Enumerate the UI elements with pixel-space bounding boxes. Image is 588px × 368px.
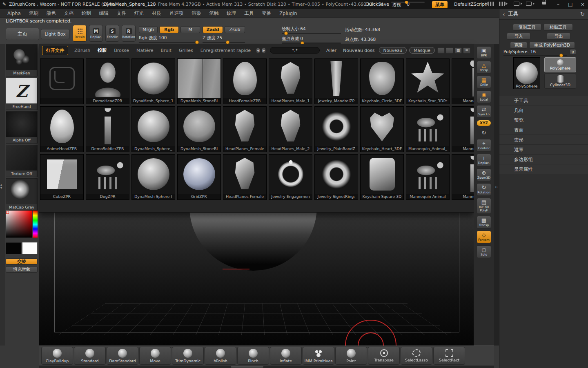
divider-chevron-icon[interactable]: ‹‹: [495, 185, 497, 189]
tray-slot[interactable]: Alpha Off: [6, 111, 38, 144]
menubar-item[interactable]: 笔触: [205, 10, 223, 16]
view-mode-button[interactable]: ▦: [454, 47, 462, 54]
subpalette-header[interactable]: 表面: [499, 125, 588, 135]
history-icon[interactable]: ↻: [577, 11, 588, 17]
collapse-right-shelf-icon[interactable]: [499, 2, 505, 6]
lightbox-item[interactable]: Mannequin: [452, 154, 474, 200]
switch-color-button[interactable]: 交替: [6, 258, 38, 265]
lightbox-item[interactable]: Jewelry_MandrelZP: [314, 58, 358, 104]
menubar-item[interactable]: 首选项: [165, 10, 188, 16]
slider-handle[interactable]: [559, 54, 563, 57]
brush-button[interactable]: Transpose: [368, 347, 400, 365]
main-color-swatch[interactable]: [6, 242, 21, 254]
tray-slot[interactable]: MatCap Gray: [6, 178, 38, 211]
lightbox-tab[interactable]: Enregistrement rapide: [197, 47, 254, 54]
lightbox-item[interactable]: DynaMesh_Sphere_1: [131, 58, 175, 104]
shelf-button[interactable]: ⊕ Zoom3D: [477, 168, 491, 181]
menubar-item[interactable]: 文件: [113, 10, 130, 16]
lock-icon[interactable]: [542, 2, 546, 4]
lightbox-item[interactable]: DynaMesh Sphere (: [131, 154, 175, 200]
recent-tool-tile[interactable]: PolySphere: [544, 57, 576, 72]
draw-size-track[interactable]: [282, 33, 341, 34]
lightbox-prev-button[interactable]: ◀: [256, 47, 260, 54]
rgb-intensity-track[interactable]: [139, 42, 199, 43]
shelf-button[interactable]: + Deplac.: [477, 154, 491, 166]
lightbox-tab[interactable]: Matière: [133, 47, 157, 54]
divider-handle-icon[interactable]: ▴▾: [0, 183, 2, 190]
lightbox-item[interactable]: DynaMesh_StoneBl: [177, 106, 221, 152]
shelf-button[interactable]: △ Persp: [477, 61, 491, 74]
lightbox-item[interactable]: HeadPlanes Female: [223, 154, 267, 200]
r-button[interactable]: R: [570, 49, 576, 55]
menubar-item[interactable]: 工具: [240, 10, 258, 16]
lightbox-item[interactable]: HeadPlanes_Male_1: [269, 58, 312, 104]
tray-scrollbar[interactable]: [39, 366, 494, 368]
zscript-label[interactable]: DefaultZScript: [454, 2, 487, 7]
lightbox-item[interactable]: DemoSoldierZPR: [86, 106, 129, 152]
right-panel-divider[interactable]: ‹‹: [494, 44, 499, 346]
recent-tool-tile[interactable]: Cylinder3D: [544, 74, 576, 89]
brush-button[interactable]: SelectRect: [433, 347, 465, 365]
fill-object-button[interactable]: 填充对象: [6, 266, 38, 273]
subpalette-header[interactable]: 几何: [499, 105, 588, 115]
shelf-button[interactable]: XYZ: [477, 120, 491, 126]
menubar-item[interactable]: 材质: [148, 10, 165, 16]
lightbox-item[interactable]: Keychain_Circle_3DF: [360, 58, 404, 104]
menubar-item[interactable]: 绘制: [78, 10, 95, 16]
shelf-button[interactable]: ○ Solo: [477, 245, 491, 258]
menubar-item[interactable]: 纹理: [223, 10, 240, 16]
paste-tool-button[interactable]: 粘贴工具: [543, 24, 573, 31]
lightbox-item[interactable]: DynaMesh_StoneBl: [177, 58, 221, 104]
lightbox-item[interactable]: Jewelry_PlainBandZ: [314, 106, 358, 152]
shelf-button[interactable]: ⌖ Centrer: [477, 139, 491, 152]
lightbox-item[interactable]: HeadPlanes_Male_2: [269, 106, 312, 152]
lightbox-item[interactable]: Mannequin_Animal_: [406, 106, 450, 152]
shelf-button[interactable]: ▦ Grille: [477, 76, 491, 88]
lightbox-tab[interactable]: Grilles: [175, 47, 197, 54]
shelf-button[interactable]: ▩ Transp: [477, 216, 491, 229]
back-chevron-icon[interactable]: ‹: [499, 11, 508, 18]
menubar-item[interactable]: 颜色: [42, 10, 60, 16]
subpalette-header[interactable]: 变形: [499, 135, 588, 145]
brush-button[interactable]: TrimDynamic: [172, 347, 204, 365]
lightbox-item[interactable]: Jewelry SignetRing:: [314, 154, 358, 200]
brush-button[interactable]: Inflate: [270, 347, 302, 365]
menubar-item[interactable]: Alpha: [3, 11, 25, 16]
slider-handle[interactable]: [195, 40, 199, 44]
screen-layout-icon[interactable]: [514, 2, 519, 6]
lightbox-tab[interactable]: ZBrush: [71, 47, 94, 54]
lightbox-tab[interactable]: 打开文件: [42, 46, 68, 55]
secondary-color-swatch[interactable]: [22, 242, 38, 254]
subpalette-header[interactable]: 预览: [499, 115, 588, 125]
lightbox-item[interactable]: [40, 58, 84, 104]
lightbox-item[interactable]: Jewelry Engagemen: [269, 154, 312, 200]
lightbox-item[interactable]: Keychain_Star_3DPr: [406, 58, 450, 104]
lightbox-toggle-button[interactable]: Light Box: [41, 29, 69, 39]
lightbox-tab[interactable]: Bruit: [157, 47, 175, 54]
tray-slot[interactable]: Z FreeHand: [6, 78, 38, 110]
lightbox-item[interactable]: DogZPR: [86, 154, 129, 200]
screen-layout-alt-icon[interactable]: [526, 2, 532, 6]
menu-button[interactable]: 菜单: [432, 1, 448, 8]
rgb-button[interactable]: Rgb: [159, 26, 179, 33]
slider-handle[interactable]: [284, 31, 288, 35]
menubar-item[interactable]: Zplugin: [275, 11, 301, 16]
close-button[interactable]: ×: [579, 2, 586, 7]
brush-button[interactable]: ClayBuildup: [41, 347, 73, 365]
current-tool-thumbnail[interactable]: PolySphere: [513, 57, 540, 89]
lightbox-item[interactable]: AnimeHeadZPR: [40, 106, 84, 152]
copy-tool-button[interactable]: 复制工具: [513, 24, 541, 31]
z-intensity-slider[interactable]: Z 强度 25: [203, 35, 245, 43]
minimize-button[interactable]: –: [555, 2, 562, 7]
lightbox-new-button[interactable]: Nouveau: [379, 47, 407, 54]
clone-button[interactable]: 克隆: [510, 42, 527, 49]
lightbox-next-button[interactable]: ▶: [262, 47, 266, 54]
draw-size-slider[interactable]: 绘制大小 64: [282, 26, 341, 34]
lightbox-tab[interactable]: Brosse: [110, 47, 133, 54]
active-tool-slider[interactable]: PolySphere. 16: [503, 49, 567, 56]
brush-button[interactable]: Pinch: [237, 347, 269, 365]
brush-button[interactable]: Standard: [74, 347, 106, 365]
subpalette-header[interactable]: 多边形组: [499, 155, 588, 164]
lightbox-item[interactable]: DemoHeadZPR: [86, 58, 129, 104]
rotate-mode-button[interactable]: R Rotation: [122, 25, 136, 42]
